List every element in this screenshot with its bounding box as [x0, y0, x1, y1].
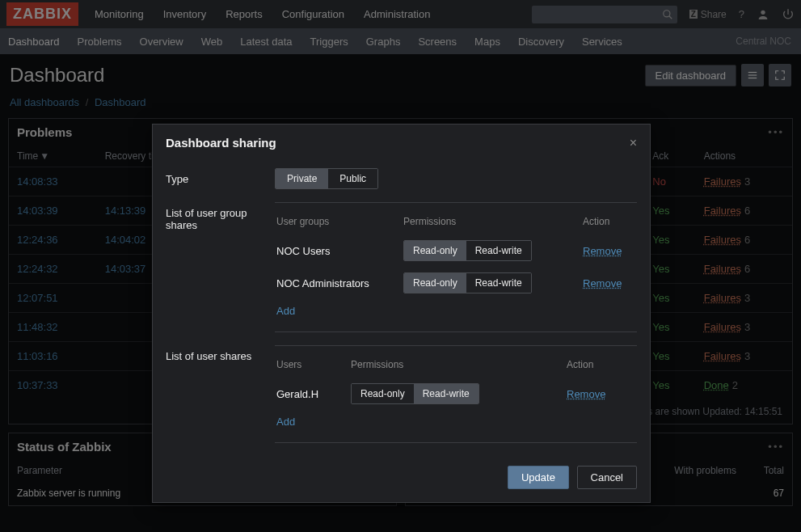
col-action: Action: [583, 213, 635, 234]
col-permissions: Permissions: [351, 356, 565, 377]
perm-toggle: Read-onlyRead-write: [351, 383, 479, 404]
col-action: Action: [567, 356, 635, 377]
sharing-modal: Dashboard sharing × Type Private Public …: [152, 124, 651, 503]
remove-link[interactable]: Remove: [583, 277, 622, 289]
col-usergroups: User groups: [276, 213, 402, 234]
perm-toggle: Read-onlyRead-write: [403, 272, 532, 293]
share-row: NOC AdministratorsRead-onlyRead-writeRem…: [276, 268, 635, 298]
user-shares-label: List of user shares: [166, 345, 275, 443]
share-row: NOC UsersRead-onlyRead-writeRemove: [276, 235, 635, 266]
remove-link[interactable]: Remove: [583, 245, 622, 257]
user-name: Gerald.H: [276, 378, 349, 409]
perm-readonly-button[interactable]: Read-only: [352, 384, 414, 403]
close-icon[interactable]: ×: [630, 136, 637, 150]
group-name: NOC Administrators: [276, 268, 402, 298]
type-toggle: Private Public: [275, 168, 378, 189]
group-name: NOC Users: [276, 235, 402, 266]
group-shares-table: User groups Permissions Action NOC Users…: [275, 211, 637, 323]
perm-readwrite-button[interactable]: Read-write: [466, 273, 531, 293]
add-group-link[interactable]: Add: [276, 305, 295, 317]
group-shares-label: List of user group shares: [166, 202, 275, 332]
perm-readonly-button[interactable]: Read-only: [404, 241, 466, 260]
type-label: Type: [166, 168, 275, 189]
perm-toggle: Read-onlyRead-write: [403, 240, 532, 261]
user-shares-table: Users Permissions Action Gerald.HRead-on…: [275, 354, 637, 434]
type-public-button[interactable]: Public: [328, 169, 377, 188]
type-private-button[interactable]: Private: [276, 169, 328, 188]
add-user-link[interactable]: Add: [276, 416, 295, 428]
perm-readonly-button[interactable]: Read-only: [404, 273, 466, 293]
modal-title: Dashboard sharing: [166, 136, 630, 150]
update-button[interactable]: Update: [508, 466, 569, 489]
col-permissions: Permissions: [403, 213, 581, 234]
perm-readwrite-button[interactable]: Read-write: [466, 241, 531, 260]
remove-link[interactable]: Remove: [567, 388, 605, 400]
cancel-button[interactable]: Cancel: [577, 466, 637, 489]
share-row: Gerald.HRead-onlyRead-writeRemove: [276, 378, 635, 409]
perm-readwrite-button[interactable]: Read-write: [414, 384, 478, 403]
col-users: Users: [276, 356, 349, 377]
